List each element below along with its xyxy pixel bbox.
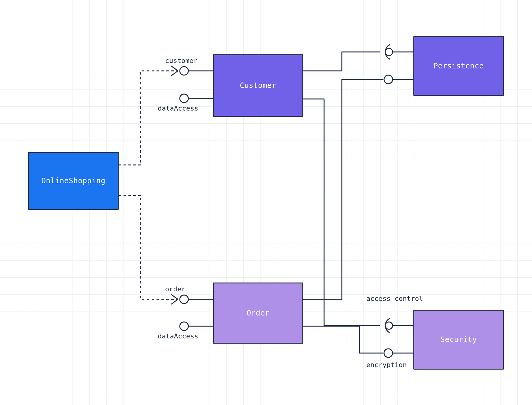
- socket-persistence-inner: [385, 48, 393, 56]
- socket-persistence: [385, 45, 390, 59]
- node-order[interactable]: Order: [213, 283, 303, 344]
- socket-security: [385, 318, 390, 333]
- diagram-canvas: OnlineShopping Customer Order Persistenc…: [0, 0, 532, 405]
- ball-customer-required: [180, 94, 188, 103]
- node-security[interactable]: Security: [413, 310, 504, 370]
- node-security-label: Security: [440, 335, 477, 344]
- node-order-label: Order: [247, 309, 270, 317]
- ball-order-required: [180, 322, 188, 330]
- ball-persistence: [384, 75, 393, 84]
- ball-customer-provided: [180, 67, 188, 75]
- label-order-provided: order: [165, 285, 185, 293]
- label-customer-required: dataAccess: [158, 104, 198, 112]
- conn-order-to-security-ball: [303, 326, 383, 353]
- dep-onlineshopping-to-order: [119, 195, 177, 299]
- label-security-ball: encryption: [366, 361, 407, 369]
- node-persistence[interactable]: Persistence: [413, 36, 504, 96]
- arrowhead-order: [171, 294, 178, 304]
- socket-security-inner: [385, 322, 393, 329]
- node-onlineshopping-label: OnlineShopping: [41, 177, 105, 185]
- label-security-socket: access control: [366, 294, 423, 303]
- dep-onlineshopping-to-customer: [119, 71, 177, 165]
- ball-order-provided: [180, 295, 188, 304]
- label-order-required: dataAccess: [158, 332, 198, 340]
- node-persistence-label: Persistence: [434, 62, 484, 70]
- arrowhead-customer: [171, 66, 178, 76]
- conn-customer-to-persistence-socket: [303, 52, 380, 71]
- conn-order-to-persistence-ball: [303, 79, 383, 299]
- ball-security: [384, 349, 393, 357]
- node-customer[interactable]: Customer: [213, 54, 303, 117]
- label-customer-provided: customer: [165, 57, 198, 64]
- node-customer-label: Customer: [240, 81, 276, 90]
- node-onlineshopping[interactable]: OnlineShopping: [28, 152, 119, 210]
- conn-customer-to-security-socket: [303, 99, 380, 326]
